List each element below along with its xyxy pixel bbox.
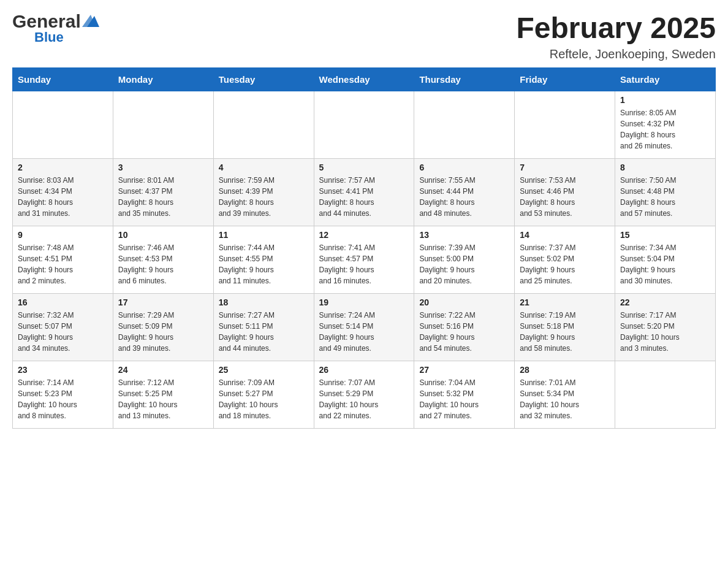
- day-sun-info: Sunrise: 7:04 AM Sunset: 5:32 PM Dayligh…: [419, 377, 509, 421]
- day-sun-info: Sunrise: 7:19 AM Sunset: 5:18 PM Dayligh…: [520, 310, 610, 354]
- day-number: 6: [419, 163, 509, 172]
- day-sun-info: Sunrise: 7:34 AM Sunset: 5:04 PM Dayligh…: [620, 242, 710, 286]
- day-number: 24: [118, 365, 208, 375]
- calendar-cell: 18Sunrise: 7:27 AM Sunset: 5:11 PM Dayli…: [213, 293, 314, 361]
- day-number: 7: [520, 163, 610, 172]
- day-sun-info: Sunrise: 8:03 AM Sunset: 4:34 PM Dayligh…: [18, 175, 108, 219]
- day-sun-info: Sunrise: 7:14 AM Sunset: 5:23 PM Dayligh…: [18, 377, 108, 421]
- calendar-week-row: 16Sunrise: 7:32 AM Sunset: 5:07 PM Dayli…: [13, 293, 716, 361]
- day-sun-info: Sunrise: 7:46 AM Sunset: 4:53 PM Dayligh…: [118, 242, 208, 286]
- calendar-cell: 15Sunrise: 7:34 AM Sunset: 5:04 PM Dayli…: [615, 226, 716, 293]
- day-number: 2: [18, 163, 108, 172]
- day-sun-info: Sunrise: 7:17 AM Sunset: 5:20 PM Dayligh…: [620, 310, 710, 354]
- calendar-week-row: 9Sunrise: 7:48 AM Sunset: 4:51 PM Daylig…: [13, 226, 716, 293]
- calendar-cell: [414, 91, 515, 158]
- calendar-cell: 21Sunrise: 7:19 AM Sunset: 5:18 PM Dayli…: [515, 293, 615, 361]
- day-sun-info: Sunrise: 7:39 AM Sunset: 5:00 PM Dayligh…: [419, 242, 509, 286]
- day-number: 18: [219, 297, 309, 307]
- day-sun-info: Sunrise: 8:05 AM Sunset: 4:32 PM Dayligh…: [620, 107, 710, 151]
- calendar-cell: 9Sunrise: 7:48 AM Sunset: 4:51 PM Daylig…: [13, 226, 113, 293]
- calendar-cell: 10Sunrise: 7:46 AM Sunset: 4:53 PM Dayli…: [113, 226, 213, 293]
- weekday-header-tuesday: Tuesday: [213, 67, 314, 91]
- day-sun-info: Sunrise: 7:55 AM Sunset: 4:44 PM Dayligh…: [419, 175, 509, 219]
- day-sun-info: Sunrise: 7:57 AM Sunset: 4:41 PM Dayligh…: [319, 175, 409, 219]
- calendar-cell: 6Sunrise: 7:55 AM Sunset: 4:44 PM Daylig…: [414, 158, 515, 226]
- calendar-cell: 23Sunrise: 7:14 AM Sunset: 5:23 PM Dayli…: [13, 361, 113, 428]
- calendar-cell: 2Sunrise: 8:03 AM Sunset: 4:34 PM Daylig…: [13, 158, 113, 226]
- day-number: 13: [419, 230, 509, 240]
- calendar-cell: 24Sunrise: 7:12 AM Sunset: 5:25 PM Dayli…: [113, 361, 213, 428]
- day-number: 16: [18, 297, 108, 307]
- calendar-cell: [213, 91, 314, 158]
- day-number: 3: [118, 163, 208, 172]
- day-number: 5: [319, 163, 409, 172]
- day-sun-info: Sunrise: 7:53 AM Sunset: 4:46 PM Dayligh…: [520, 175, 610, 219]
- day-number: 21: [520, 297, 610, 307]
- day-number: 26: [319, 365, 409, 375]
- day-sun-info: Sunrise: 7:37 AM Sunset: 5:02 PM Dayligh…: [520, 242, 610, 286]
- day-sun-info: Sunrise: 7:48 AM Sunset: 4:51 PM Dayligh…: [18, 242, 108, 286]
- calendar-cell: 13Sunrise: 7:39 AM Sunset: 5:00 PM Dayli…: [414, 226, 515, 293]
- calendar-cell: [615, 361, 716, 428]
- weekday-header-saturday: Saturday: [615, 67, 716, 91]
- month-title: February 2025: [516, 12, 716, 45]
- weekday-header-friday: Friday: [515, 67, 615, 91]
- calendar-cell: 19Sunrise: 7:24 AM Sunset: 5:14 PM Dayli…: [314, 293, 414, 361]
- day-number: 27: [419, 365, 509, 375]
- day-sun-info: Sunrise: 7:29 AM Sunset: 5:09 PM Dayligh…: [118, 310, 208, 354]
- day-number: 10: [118, 230, 208, 240]
- calendar-cell: 3Sunrise: 8:01 AM Sunset: 4:37 PM Daylig…: [113, 158, 213, 226]
- calendar-cell: 8Sunrise: 7:50 AM Sunset: 4:48 PM Daylig…: [615, 158, 716, 226]
- calendar-cell: 28Sunrise: 7:01 AM Sunset: 5:34 PM Dayli…: [515, 361, 615, 428]
- day-sun-info: Sunrise: 7:32 AM Sunset: 5:07 PM Dayligh…: [18, 310, 108, 354]
- weekday-header-wednesday: Wednesday: [314, 67, 414, 91]
- day-number: 9: [18, 230, 108, 240]
- logo-general-text: General: [12, 12, 99, 31]
- day-number: 19: [319, 297, 409, 307]
- day-sun-info: Sunrise: 7:24 AM Sunset: 5:14 PM Dayligh…: [319, 310, 409, 354]
- weekday-header-row: SundayMondayTuesdayWednesdayThursdayFrid…: [13, 67, 716, 91]
- calendar-cell: 14Sunrise: 7:37 AM Sunset: 5:02 PM Dayli…: [515, 226, 615, 293]
- calendar-cell: 1Sunrise: 8:05 AM Sunset: 4:32 PM Daylig…: [615, 91, 716, 158]
- day-number: 28: [520, 365, 610, 375]
- day-number: 4: [219, 163, 309, 172]
- day-sun-info: Sunrise: 8:01 AM Sunset: 4:37 PM Dayligh…: [118, 175, 208, 219]
- calendar-cell: 5Sunrise: 7:57 AM Sunset: 4:41 PM Daylig…: [314, 158, 414, 226]
- day-number: 11: [219, 230, 309, 240]
- calendar-week-row: 2Sunrise: 8:03 AM Sunset: 4:34 PM Daylig…: [13, 158, 716, 226]
- weekday-header-monday: Monday: [113, 67, 213, 91]
- calendar-week-row: 23Sunrise: 7:14 AM Sunset: 5:23 PM Dayli…: [13, 361, 716, 428]
- calendar-table: SundayMondayTuesdayWednesdayThursdayFrid…: [12, 67, 716, 429]
- day-sun-info: Sunrise: 7:09 AM Sunset: 5:27 PM Dayligh…: [219, 377, 309, 421]
- logo-blue-text: Blue: [34, 31, 64, 44]
- day-sun-info: Sunrise: 7:44 AM Sunset: 4:55 PM Dayligh…: [219, 242, 309, 286]
- calendar-cell: [515, 91, 615, 158]
- day-sun-info: Sunrise: 7:12 AM Sunset: 5:25 PM Dayligh…: [118, 377, 208, 421]
- day-number: 20: [419, 297, 509, 307]
- calendar-cell: 11Sunrise: 7:44 AM Sunset: 4:55 PM Dayli…: [213, 226, 314, 293]
- day-sun-info: Sunrise: 7:01 AM Sunset: 5:34 PM Dayligh…: [520, 377, 610, 421]
- day-number: 25: [219, 365, 309, 375]
- calendar-cell: 12Sunrise: 7:41 AM Sunset: 4:57 PM Dayli…: [314, 226, 414, 293]
- calendar-cell: [314, 91, 414, 158]
- calendar-cell: 16Sunrise: 7:32 AM Sunset: 5:07 PM Dayli…: [13, 293, 113, 361]
- calendar-week-row: 1Sunrise: 8:05 AM Sunset: 4:32 PM Daylig…: [13, 91, 716, 158]
- day-number: 17: [118, 297, 208, 307]
- calendar-cell: [13, 91, 113, 158]
- logo-mountain-icon: [82, 15, 99, 28]
- calendar-cell: 17Sunrise: 7:29 AM Sunset: 5:09 PM Dayli…: [113, 293, 213, 361]
- day-number: 23: [18, 365, 108, 375]
- calendar-cell: 25Sunrise: 7:09 AM Sunset: 5:27 PM Dayli…: [213, 361, 314, 428]
- day-number: 15: [620, 230, 710, 240]
- logo: General Blue: [12, 12, 99, 44]
- day-sun-info: Sunrise: 7:59 AM Sunset: 4:39 PM Dayligh…: [219, 175, 309, 219]
- calendar-cell: 27Sunrise: 7:04 AM Sunset: 5:32 PM Dayli…: [414, 361, 515, 428]
- day-number: 8: [620, 163, 710, 172]
- day-number: 1: [620, 95, 710, 105]
- day-sun-info: Sunrise: 7:07 AM Sunset: 5:29 PM Dayligh…: [319, 377, 409, 421]
- calendar-cell: 7Sunrise: 7:53 AM Sunset: 4:46 PM Daylig…: [515, 158, 615, 226]
- day-number: 14: [520, 230, 610, 240]
- page-header: General Blue February 2025 Reftele, Joen…: [12, 12, 716, 61]
- day-sun-info: Sunrise: 7:50 AM Sunset: 4:48 PM Dayligh…: [620, 175, 710, 219]
- day-sun-info: Sunrise: 7:27 AM Sunset: 5:11 PM Dayligh…: [219, 310, 309, 354]
